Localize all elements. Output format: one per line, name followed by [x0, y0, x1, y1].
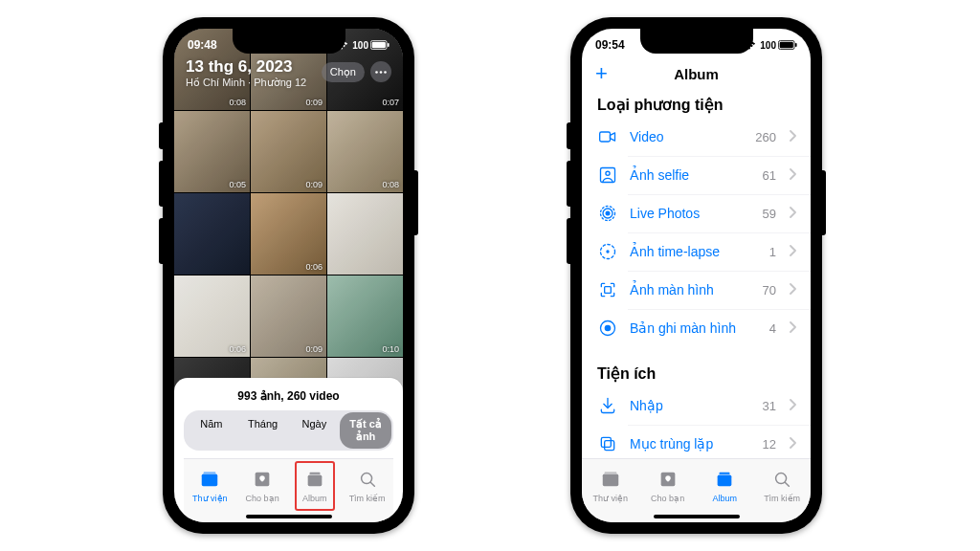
library-bottom-sheet: 993 ảnh, 260 video NămThángNgàyTất cả ản…: [174, 378, 403, 522]
photo-thumbnail[interactable]: [174, 193, 250, 275]
photo-thumbnail[interactable]: 0:06: [174, 276, 250, 357]
svg-point-26: [606, 211, 611, 216]
library-icon: [600, 469, 621, 492]
view-segmented-control[interactable]: NămThángNgàyTất cả ảnh: [184, 410, 393, 451]
svg-rect-22: [795, 43, 797, 47]
section-utilities: Tiện ích: [582, 359, 811, 386]
tab-foryou[interactable]: Cho bạn: [236, 459, 289, 513]
albums-icon: [714, 469, 735, 492]
album-row-dup[interactable]: Mục trùng lặp12: [582, 425, 811, 458]
nav-title: Album: [674, 66, 719, 82]
segment-tháng[interactable]: Tháng: [237, 412, 289, 449]
video-duration: 0:09: [305, 344, 323, 354]
power-button: [822, 170, 826, 235]
chevron-right-icon: [790, 168, 797, 180]
live-icon: [597, 203, 618, 224]
svg-point-30: [606, 250, 609, 253]
ellipsis-icon: [375, 71, 387, 74]
tab-search[interactable]: Tìm kiếm: [341, 459, 393, 513]
row-count: 31: [763, 399, 776, 413]
svg-rect-34: [605, 441, 614, 451]
photo-thumbnail[interactable]: 0:05: [174, 111, 250, 192]
album-row-video[interactable]: Video260: [582, 118, 811, 156]
row-count: 70: [763, 283, 776, 298]
more-button[interactable]: [370, 61, 391, 82]
library-date: 13 thg 6, 2023: [186, 57, 306, 77]
svg-rect-31: [605, 287, 612, 294]
album-row-timelapse[interactable]: Ảnh time-lapse1: [582, 232, 811, 271]
foryou-icon: [657, 469, 679, 492]
video-duration: 0:08: [229, 98, 246, 107]
photo-thumbnail[interactable]: 0:09: [251, 276, 326, 357]
nav-bar: + Album: [582, 57, 811, 90]
status-time: 09:54: [595, 38, 625, 52]
segment-ngày[interactable]: Ngày: [289, 412, 341, 449]
volume-down-button: [159, 218, 163, 264]
photo-thumbnail[interactable]: 0:06: [251, 193, 326, 275]
svg-point-8: [380, 71, 383, 74]
album-list-content[interactable]: Loại phương tiện Video260Ảnh selfie61Liv…: [582, 90, 811, 458]
album-row-import[interactable]: Nhập31: [582, 386, 811, 425]
photo-count: 993 ảnh, 260 video: [184, 386, 393, 410]
add-album-button[interactable]: +: [595, 63, 608, 84]
photo-thumbnail[interactable]: 0:10: [327, 276, 403, 357]
video-duration: 0:06: [305, 262, 323, 272]
row-label: Video: [630, 129, 744, 144]
svg-rect-6: [388, 43, 390, 47]
tab-label: Tìm kiếm: [764, 494, 800, 503]
chevron-right-icon: [790, 245, 797, 256]
side-button: [159, 122, 163, 149]
tab-albums[interactable]: Album: [289, 459, 342, 513]
section-media-types: Loại phương tiện: [582, 90, 811, 118]
video-duration: 0:09: [305, 180, 323, 189]
row-label: Ảnh selfie: [630, 167, 751, 183]
import-icon: [597, 395, 618, 416]
volume-up-button: [567, 161, 570, 207]
tab-label: Thư viện: [593, 494, 629, 503]
svg-rect-41: [718, 474, 732, 486]
photo-thumbnail[interactable]: 0:09: [251, 111, 326, 192]
tab-label: Thư viện: [192, 494, 228, 503]
chevron-right-icon: [790, 283, 797, 295]
svg-point-33: [605, 325, 612, 332]
library-header: 13 thg 6, 2023 Hồ Chí Minh · Phường 12: [186, 57, 306, 89]
tab-library[interactable]: Thư viện: [184, 459, 236, 513]
search-icon: [771, 469, 792, 492]
tab-search[interactable]: Tìm kiếm: [753, 459, 811, 513]
album-row-screenrec[interactable]: Bản ghi màn hình4: [582, 309, 811, 347]
chevron-right-icon: [790, 437, 797, 449]
select-button[interactable]: Chọn: [322, 62, 365, 82]
album-row-live[interactable]: Live Photos59: [582, 194, 811, 232]
video-duration: 0:09: [305, 98, 323, 107]
album-row-screenshot[interactable]: Ảnh màn hình70: [582, 271, 811, 309]
foryou-icon: [252, 469, 273, 492]
row-label: Live Photos: [630, 206, 751, 221]
photo-thumbnail[interactable]: 0:08: [327, 111, 403, 192]
tab-label: Cho bạn: [651, 494, 684, 503]
phone-library: 09:48 100 13 thg 6, 2023 Hồ Chí Minh · P…: [163, 17, 414, 534]
segment-năm[interactable]: Năm: [186, 412, 237, 449]
dup-icon: [597, 433, 618, 454]
home-indicator[interactable]: [246, 515, 332, 518]
video-icon: [597, 126, 618, 147]
photo-thumbnail[interactable]: [327, 193, 403, 275]
chevron-right-icon: [790, 130, 797, 142]
tab-library[interactable]: Thư viện: [582, 459, 639, 513]
row-label: Ảnh time-lapse: [630, 244, 758, 259]
power-button: [414, 170, 418, 235]
row-count: 260: [755, 130, 776, 144]
home-indicator[interactable]: [654, 515, 740, 518]
status-time: 09:48: [188, 38, 217, 52]
segment-tất-cả-ảnh[interactable]: Tất cả ảnh: [340, 412, 391, 449]
row-label: Ảnh màn hình: [630, 282, 751, 298]
battery-percent: 100: [352, 40, 368, 51]
svg-rect-21: [780, 42, 793, 49]
notch: [233, 29, 345, 54]
album-row-selfie[interactable]: Ảnh selfie61: [582, 156, 811, 194]
tab-foryou[interactable]: Cho bạn: [639, 459, 697, 513]
svg-point-7: [375, 71, 378, 74]
tab-albums[interactable]: Album: [697, 459, 754, 513]
row-count: 61: [763, 168, 776, 183]
tab-bar: Thư việnCho bạnAlbumTìm kiếm: [582, 458, 811, 522]
volume-down-button: [567, 218, 570, 264]
